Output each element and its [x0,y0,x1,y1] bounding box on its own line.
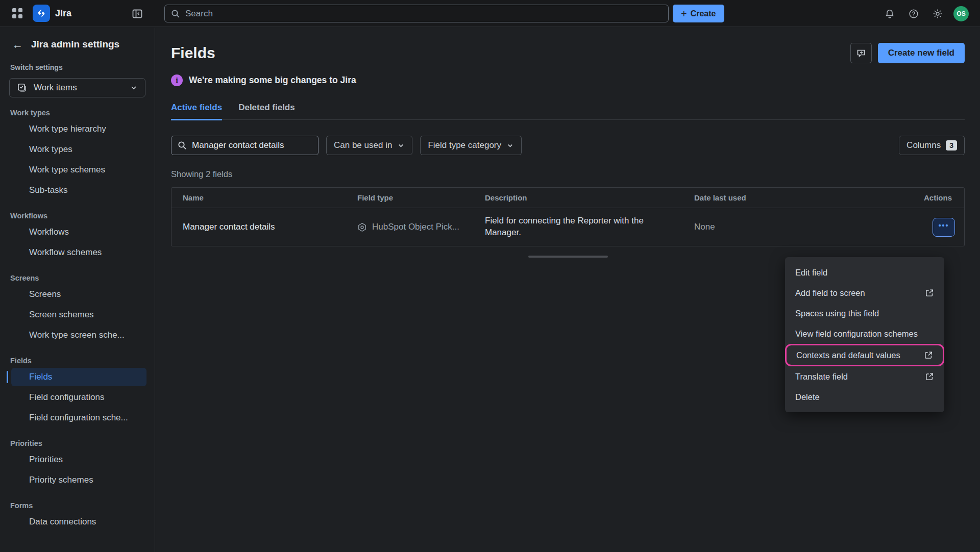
settings-switcher-dropdown[interactable]: Work items [9,78,145,97]
sidebar-item-screens[interactable]: Screens [0,284,155,305]
external-link-icon [925,372,934,381]
switch-settings-label: Switch settings [10,63,155,71]
back-arrow-icon[interactable]: ← [12,39,23,50]
changes-banner[interactable]: i We're making some big changes to Jira [171,74,965,86]
external-link-icon [925,288,934,297]
sidebar-item-field-configurations[interactable]: Field configurations [0,387,155,408]
filter-bar: Can be used in Field type category Colum… [171,136,965,155]
columns-count-badge: 3 [946,140,957,150]
sidebar-title: Jira admin settings [31,39,119,50]
sidebar-item-workflow-schemes[interactable]: Workflow schemes [0,242,155,263]
settings-gear-icon[interactable] [931,7,944,20]
global-search-input[interactable] [185,9,645,19]
sidebar-item-fields[interactable]: Fields [0,367,155,387]
row-actions-button[interactable]: ••• [933,218,955,237]
tab-active-fields[interactable]: Active fields [171,103,222,120]
menu-item-view-field-configuration-schemes[interactable]: View field configuration schemes [785,323,944,344]
chevron-down-icon [506,142,514,149]
table-scrollbar[interactable] [528,256,608,258]
collapse-sidebar-icon[interactable] [131,8,143,20]
help-icon[interactable] [907,7,920,20]
sidebar-item-priority-schemes[interactable]: Priority schemes [0,470,155,490]
columns-button[interactable]: Columns 3 [899,136,965,155]
sidebar-item-work-type-hierarchy[interactable]: Work type hierarchy [0,119,155,139]
cell-date-last-used: None [683,222,904,232]
column-header-field-type: Field type [346,193,474,202]
create-new-field-button[interactable]: Create new field [878,43,965,63]
notifications-icon[interactable] [883,7,896,20]
section-workflows: Workflows [10,212,155,222]
field-type-category-dropdown[interactable]: Field type category [420,136,522,155]
sidebar-item-field-configuration-schemes[interactable]: Field configuration sche... [0,408,155,428]
feedback-icon [856,48,866,58]
cell-field-name: Manager contact details [172,222,346,232]
showing-count: Showing 2 fields [171,169,965,179]
avatar[interactable]: OS [953,6,969,21]
cell-field-type: HubSpot Object Pick... [346,222,474,232]
section-screens: Screens [10,274,155,284]
top-navigation-bar: Jira + Create [0,0,980,27]
fields-table: Name Field type Description Date last us… [171,187,965,246]
sidebar-nav: Work types Work type hierarchy Work type… [0,109,155,532]
page-title: Fields [171,44,850,62]
banner-text: We're making some big changes to Jira [189,75,356,86]
table-row: Manager contact details HubSpot Object P… [172,208,964,246]
plus-icon: + [681,9,687,19]
menu-item-add-field-to-screen[interactable]: Add field to screen [785,283,944,303]
table-header-row: Name Field type Description Date last us… [172,188,964,208]
menu-item-edit-field[interactable]: Edit field [785,262,944,283]
sidebar-item-work-types[interactable]: Work types [0,139,155,160]
sidebar-item-screen-schemes[interactable]: Screen schemes [0,305,155,325]
section-work-types: Work types [10,109,155,119]
sidebar-item-priorities[interactable]: Priorities [0,449,155,470]
app-name: Jira [55,8,71,19]
field-search-input[interactable] [192,140,309,150]
search-icon [178,141,187,150]
menu-item-translate-field[interactable]: Translate field [785,366,944,387]
info-icon: i [171,74,183,86]
app-switcher-icon[interactable] [12,8,22,18]
external-link-icon [924,350,933,360]
admin-settings-sidebar: ← Jira admin settings Switch settings Wo… [0,28,155,552]
menu-item-contexts-and-default-values[interactable]: Contexts and default values [786,345,943,365]
work-items-icon [17,83,27,93]
menu-item-spaces-using-this-field[interactable]: Spaces using this field [785,303,944,323]
sidebar-item-workflows[interactable]: Workflows [0,222,155,242]
chevron-down-icon [397,142,405,149]
section-priorities: Priorities [10,439,155,449]
can-be-used-in-dropdown[interactable]: Can be used in [326,136,412,155]
object-picker-icon [357,222,367,232]
global-search[interactable] [164,5,669,22]
settings-switcher-value: Work items [34,83,130,93]
field-actions-menu: Edit field Add field to screen Spaces us… [785,257,944,412]
field-search[interactable] [171,136,318,155]
feedback-button[interactable] [850,43,872,63]
create-button[interactable]: + Create [673,5,724,22]
column-header-name: Name [172,193,346,202]
sidebar-item-data-connections[interactable]: Data connections [0,512,155,532]
sidebar-item-sub-tasks[interactable]: Sub-tasks [0,180,155,200]
menu-item-delete[interactable]: Delete [785,387,944,407]
sidebar-item-work-type-schemes[interactable]: Work type schemes [0,160,155,180]
column-header-date-last-used: Date last used [683,193,904,202]
chevron-down-icon [130,84,138,92]
jira-logo[interactable] [33,5,50,22]
fields-tabs: Active fields Deleted fields [171,103,965,120]
cell-description: Field for connecting the Reporter with t… [474,211,678,243]
search-icon [171,9,180,18]
section-fields: Fields [10,357,155,367]
tab-deleted-fields[interactable]: Deleted fields [238,103,295,119]
section-forms: Forms [10,501,155,512]
column-header-actions: Actions [904,193,964,202]
sidebar-item-work-type-screen-schemes[interactable]: Work type screen sche... [0,325,155,345]
column-header-description: Description [474,193,683,202]
